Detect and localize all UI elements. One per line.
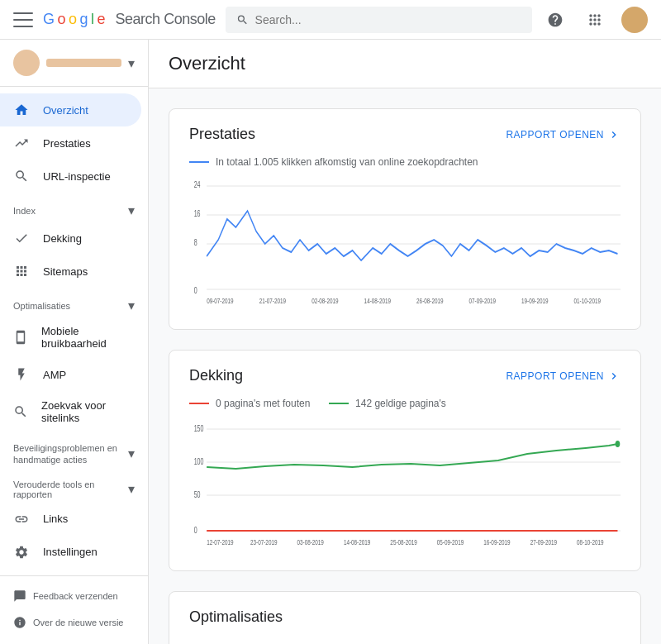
account-name bbox=[46, 59, 121, 67]
sidebar-item-dekking[interactable]: Dekking bbox=[0, 222, 141, 255]
content-area: Prestaties RAPPORT OPENEN In totaal 1.00… bbox=[149, 88, 661, 644]
svg-text:14-08-2019: 14-08-2019 bbox=[344, 538, 370, 546]
svg-text:26-08-2019: 26-08-2019 bbox=[416, 297, 443, 305]
svg-text:50: 50 bbox=[194, 490, 201, 500]
sidebar-item-amp[interactable]: AMP bbox=[0, 358, 141, 391]
sidebar-item-prestaties[interactable]: Prestaties bbox=[0, 126, 141, 160]
instellingen-label: Instellingen bbox=[43, 546, 97, 558]
zoekvak-sitelinks-label: Zoekvak voor sitelinks bbox=[41, 399, 128, 424]
col-trend: Trend bbox=[421, 639, 497, 644]
apps-icon[interactable] bbox=[582, 7, 608, 33]
optimalisaties-card: Optimalisaties Type Geldig Fouten Trend bbox=[169, 591, 641, 644]
feedback-icon bbox=[13, 589, 26, 603]
topbar: Google Search Console bbox=[0, 0, 661, 40]
svg-text:07-09-2019: 07-09-2019 bbox=[469, 297, 496, 305]
google-logo: Google Search Console bbox=[43, 11, 216, 28]
search-icon bbox=[236, 13, 249, 26]
avatar[interactable] bbox=[621, 7, 648, 33]
dekking-icon bbox=[13, 230, 30, 246]
menu-icon[interactable] bbox=[13, 12, 33, 27]
index-chevron-icon[interactable]: ▾ bbox=[128, 203, 135, 218]
links-label: Links bbox=[43, 513, 68, 525]
svg-text:21-07-2019: 21-07-2019 bbox=[259, 297, 286, 305]
info-icon bbox=[13, 616, 26, 629]
svg-text:23-07-2019: 23-07-2019 bbox=[250, 538, 277, 546]
svg-text:150: 150 bbox=[194, 424, 204, 434]
svg-text:100: 100 bbox=[194, 457, 204, 467]
svg-text:0: 0 bbox=[194, 526, 197, 536]
col-geldig: Geldig bbox=[308, 639, 364, 644]
dekking-label: Dekking bbox=[43, 232, 82, 245]
nieuwe-versie-label: Over de nieuwe versie bbox=[33, 618, 123, 627]
sidebar-account[interactable]: ▾ bbox=[0, 40, 148, 87]
sitemaps-label: Sitemaps bbox=[43, 265, 88, 278]
sidebar-item-instellingen[interactable]: Instellingen bbox=[0, 536, 141, 569]
dekking-chevron-icon bbox=[607, 370, 621, 383]
footer-legal: Privacy Voorwaarden bbox=[0, 636, 148, 644]
col-fouten: Fouten bbox=[364, 639, 421, 644]
svg-text:03-08-2019: 03-08-2019 bbox=[297, 538, 324, 546]
mobile-icon bbox=[13, 329, 28, 346]
prestaties-legend: In totaal 1.005 klikken afkomstig van on… bbox=[189, 156, 621, 168]
svg-text:12-07-2019: 12-07-2019 bbox=[207, 538, 233, 546]
svg-text:27-09-2019: 27-09-2019 bbox=[530, 538, 557, 546]
topbar-right bbox=[542, 7, 648, 33]
svg-text:16: 16 bbox=[194, 209, 201, 219]
sidebar-item-zoekvak-sitelinks[interactable]: Zoekvak voor sitelinks bbox=[0, 391, 141, 432]
col-type: Type bbox=[189, 639, 308, 644]
col-actions bbox=[497, 639, 621, 644]
svg-text:25-08-2019: 25-08-2019 bbox=[390, 538, 416, 546]
svg-text:0: 0 bbox=[194, 286, 197, 296]
beveiliging-chevron-icon[interactable]: ▾ bbox=[128, 446, 135, 463]
svg-text:09-07-2019: 09-07-2019 bbox=[207, 297, 233, 305]
search-input[interactable] bbox=[255, 13, 521, 26]
mobiele-bruikbaarheid-label: Mobiele bruikbaarheid bbox=[41, 325, 128, 350]
dekking-legend: 0 pagina's met fouten 142 geldige pagina… bbox=[189, 398, 621, 409]
optimalisaties-header: Optimalisaties bbox=[189, 608, 621, 626]
main-header: Overzicht bbox=[149, 40, 661, 88]
sidebar-item-links[interactable]: Links bbox=[0, 503, 141, 536]
help-icon[interactable] bbox=[542, 7, 568, 33]
svg-text:14-08-2019: 14-08-2019 bbox=[364, 297, 391, 305]
verouderde-chevron-icon[interactable]: ▾ bbox=[128, 481, 135, 497]
sidebar-item-url-inspectie[interactable]: URL-inspectie bbox=[0, 160, 141, 193]
svg-text:05-09-2019: 05-09-2019 bbox=[437, 538, 464, 546]
trending-icon bbox=[13, 135, 30, 151]
section-beveiliging: Beveiligingsproblemen en handmatige acti… bbox=[0, 432, 148, 470]
sidebar-footer: Feedback verzenden Over de nieuwe versie… bbox=[0, 575, 148, 644]
sidebar-item-overzicht[interactable]: Overzicht bbox=[0, 93, 141, 126]
prestaties-card: Prestaties RAPPORT OPENEN In totaal 1.00… bbox=[169, 108, 641, 330]
sidebar: ▾ Overzicht Prestaties URL-inspectie bbox=[0, 40, 149, 644]
dekking-header: Dekking RAPPORT OPENEN bbox=[189, 367, 621, 384]
zoekvak-icon bbox=[13, 403, 28, 420]
sidebar-item-sitemaps[interactable]: Sitemaps bbox=[0, 255, 141, 288]
feedback-label: Feedback verzenden bbox=[33, 591, 118, 601]
optimalisaties-title: Optimalisaties bbox=[189, 608, 283, 626]
search-bar[interactable] bbox=[226, 7, 532, 33]
svg-text:19-09-2019: 19-09-2019 bbox=[521, 297, 548, 305]
nieuwe-versie-link[interactable]: Over de nieuwe versie bbox=[0, 609, 148, 636]
prestaties-rapport-link[interactable]: RAPPORT OPENEN bbox=[506, 128, 621, 141]
page-title: Overzicht bbox=[169, 53, 641, 74]
optimalisaties-table: Type Geldig Fouten Trend Mobiele bruikba… bbox=[189, 639, 621, 644]
svg-point-33 bbox=[616, 441, 621, 447]
prestaties-label: Prestaties bbox=[43, 137, 91, 150]
svg-text:8: 8 bbox=[194, 238, 197, 248]
section-index: Index ▾ bbox=[0, 193, 148, 222]
svg-text:08-10-2019: 08-10-2019 bbox=[577, 538, 603, 546]
section-verouderde: Verouderde tools en rapporten ▾ bbox=[0, 470, 148, 503]
account-chevron-icon[interactable]: ▾ bbox=[128, 55, 135, 71]
sidebar-item-mobiele-bruikbaarheid[interactable]: Mobiele bruikbaarheid bbox=[0, 317, 141, 358]
feedback-link[interactable]: Feedback verzenden bbox=[0, 583, 148, 609]
section-optimalisaties: Optimalisaties ▾ bbox=[0, 288, 148, 317]
prestaties-chart: 24 16 8 0 09-07-2019 21-07-2019 02-08-20… bbox=[189, 178, 621, 312]
dekking-rapport-link[interactable]: RAPPORT OPENEN bbox=[506, 370, 621, 383]
main-content: Overzicht Prestaties RAPPORT OPENEN In t… bbox=[149, 40, 661, 644]
account-avatar bbox=[13, 50, 40, 76]
links-icon bbox=[13, 511, 30, 527]
dekking-card: Dekking RAPPORT OPENEN 0 pagina's met fo… bbox=[169, 350, 641, 571]
optimalisaties-chevron-icon[interactable]: ▾ bbox=[128, 298, 135, 313]
chevron-right-icon bbox=[607, 128, 621, 141]
sitemaps-icon bbox=[13, 263, 30, 279]
amp-label: AMP bbox=[43, 369, 66, 381]
